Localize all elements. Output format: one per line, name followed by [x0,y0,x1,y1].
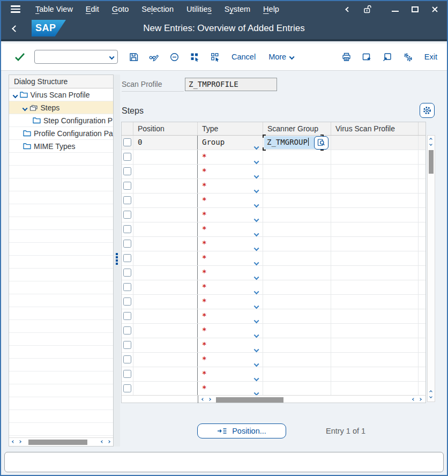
table-row[interactable]: * [122,150,425,165]
lock-open-icon[interactable] [362,3,374,15]
save-icon[interactable] [126,50,140,64]
menu-item-utilities[interactable]: Utilities [186,5,212,13]
chevron-down-icon[interactable] [255,271,258,281]
menu-item-goto[interactable]: Goto [112,5,129,13]
table-row[interactable]: * [122,382,425,396]
table-row[interactable]: * [122,280,425,295]
row-checkbox[interactable] [123,298,131,306]
close-icon[interactable] [429,3,440,15]
hamburger-menu-icon[interactable] [11,5,20,13]
row-checkbox[interactable] [123,312,131,320]
table-row[interactable]: * [122,324,425,338]
panel-splitter[interactable] [114,75,120,447]
scanner-group-input[interactable]: Z_TMGROUP [264,136,322,149]
print-icon[interactable] [340,50,354,64]
add-favorite-icon[interactable] [360,50,374,64]
row-checkbox[interactable] [123,240,131,248]
splitter-handle-icon[interactable] [116,253,118,265]
chevron-down-icon[interactable] [255,155,258,165]
enter-check-icon[interactable] [13,50,27,64]
table-row[interactable]: * [122,367,425,382]
back-icon[interactable] [13,24,18,33]
row-checkbox[interactable] [123,196,131,204]
tree-expand-icon[interactable] [23,103,27,112]
table-row[interactable]: * [122,237,425,251]
tree-expand-icon[interactable] [13,91,17,99]
row-checkbox[interactable] [123,384,131,392]
row-checkbox[interactable] [123,283,131,291]
scrollbar-thumb[interactable] [216,397,283,403]
tree-item-mime-types[interactable]: MIME Types [9,140,113,153]
tree-item-profile-configuration-pa[interactable]: Profile Configuration Pa [9,127,113,140]
table-row[interactable]: * [122,222,425,237]
menu-item-edit[interactable]: Edit [86,5,99,13]
services-icon[interactable] [401,50,415,64]
command-field[interactable] [34,50,118,64]
tree-item-step-configuration-p[interactable]: Step Configuration P [9,114,113,127]
status-bar[interactable] [4,452,444,472]
more-button[interactable]: More [268,53,294,61]
row-checkbox[interactable] [123,254,131,262]
chevron-down-icon[interactable] [255,170,258,180]
table-row[interactable]: * [122,309,425,324]
row-checkbox[interactable] [123,153,131,161]
row-checkbox[interactable] [123,182,131,190]
table-row[interactable]: * [122,194,425,208]
menu-item-system[interactable]: System [225,5,250,13]
chevron-down-icon[interactable] [255,358,258,368]
column-header-type[interactable]: Type [198,122,263,135]
command-input[interactable] [35,50,117,63]
table-settings-button[interactable] [420,103,435,118]
chevron-down-icon[interactable] [255,329,258,339]
menu-item-table-view[interactable]: Table View [35,5,73,13]
menu-item-help[interactable]: Help [263,5,279,13]
column-header-virus-scan-profile[interactable]: Virus Scan Profile [331,122,419,135]
column-header-position[interactable]: Position [133,122,198,135]
row-checkbox[interactable] [123,269,131,277]
table-row[interactable]: * [122,165,425,179]
chevron-down-icon[interactable] [255,228,258,237]
minimize-icon[interactable] [389,3,401,15]
menu-item-selection[interactable]: Selection [141,5,174,13]
position-button[interactable]: Position... [197,423,286,438]
table-row[interactable]: * [122,338,425,353]
chevron-down-icon[interactable] [255,315,258,324]
exit-button[interactable]: Exit [424,53,437,61]
tree-horizontal-scrollbar[interactable] [9,437,113,446]
chevron-down-icon[interactable] [255,242,258,252]
chevron-down-icon[interactable] [255,213,258,223]
table-horizontal-scrollbar[interactable] [122,395,425,403]
row-checkbox[interactable] [123,326,131,334]
chevron-down-icon[interactable] [255,373,258,382]
table-row[interactable]: * [122,266,425,280]
row-checkbox[interactable] [123,225,131,233]
table-row[interactable]: 0GroupZ_TMGROUP [122,136,425,150]
chevron-down-icon[interactable] [255,141,258,151]
row-checkbox[interactable] [123,167,131,175]
select-all-icon[interactable] [188,50,201,64]
table-row[interactable]: * [122,208,425,222]
row-checkbox[interactable] [123,355,131,363]
row-checkbox[interactable] [123,138,131,146]
table-row[interactable]: * [122,179,425,194]
new-session-icon[interactable] [380,50,394,64]
scrollbar-thumb[interactable] [429,150,434,174]
table-row[interactable]: * [122,251,425,266]
tree-item-virus-scan-profile[interactable]: Virus Scan Profile [9,88,113,101]
chevron-down-icon[interactable] [255,286,258,295]
row-checkbox[interactable] [123,341,131,349]
cancel-button[interactable]: Cancel [232,53,256,61]
chevron-down-icon[interactable] [255,257,258,266]
chevron-down-icon[interactable] [255,184,258,194]
chevron-down-icon[interactable] [255,300,258,310]
display-change-icon[interactable] [147,50,161,64]
table-vertical-scrollbar[interactable] [427,135,435,402]
chevron-down-icon[interactable] [255,344,258,353]
row-checkbox[interactable] [123,211,131,219]
value-help-button[interactable] [314,136,328,150]
column-header-scanner-group[interactable]: Scanner Group [263,122,331,135]
maximize-icon[interactable] [409,3,421,15]
table-row[interactable]: * [122,295,425,309]
chevron-down-icon[interactable] [255,199,258,209]
tree-item-steps[interactable]: Steps [9,101,113,114]
